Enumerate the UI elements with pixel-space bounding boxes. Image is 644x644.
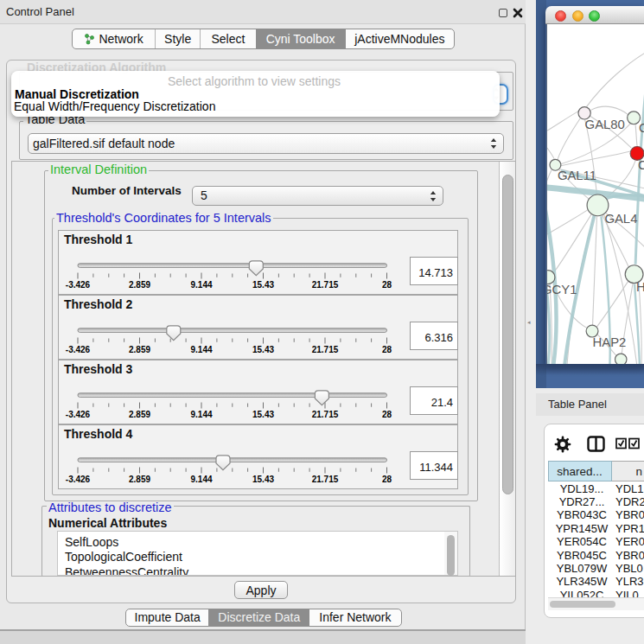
svg-text:15.43: 15.43: [252, 475, 274, 484]
svg-text:2.859: 2.859: [129, 475, 150, 484]
svg-text:-3.426: -3.426: [66, 410, 91, 419]
svg-text:GAL4: GAL4: [604, 212, 637, 226]
svg-text:9.144: 9.144: [190, 410, 212, 419]
svg-text:28: 28: [382, 410, 392, 419]
svg-text:-3.426: -3.426: [66, 345, 91, 354]
svg-text:21.715: 21.715: [312, 345, 339, 354]
svg-text:9.144: 9.144: [190, 280, 212, 290]
svg-text:C: C: [638, 157, 644, 171]
svg-text:-3.426: -3.426: [66, 475, 91, 484]
svg-text:21.715: 21.715: [312, 475, 339, 484]
svg-text:28: 28: [382, 475, 392, 484]
svg-text:9.144: 9.144: [190, 475, 212, 484]
svg-text:9.144: 9.144: [190, 345, 212, 354]
svg-text:GAL11: GAL11: [558, 168, 596, 182]
svg-text:-3.426: -3.426: [66, 280, 91, 290]
svg-text:15.43: 15.43: [252, 345, 274, 354]
svg-text:28: 28: [382, 345, 392, 354]
svg-text:2.859: 2.859: [129, 280, 150, 290]
svg-text:H: H: [636, 280, 644, 294]
svg-text:15.43: 15.43: [252, 280, 274, 290]
svg-text:28: 28: [382, 280, 392, 290]
svg-text:2.859: 2.859: [129, 410, 150, 419]
svg-text:HAP2: HAP2: [593, 335, 627, 348]
svg-text:GAL80: GAL80: [585, 118, 625, 131]
svg-text:GA: GA: [639, 121, 644, 135]
svg-text:GCY1: GCY1: [546, 282, 577, 296]
svg-text:15.43: 15.43: [252, 410, 274, 419]
svg-text:21.715: 21.715: [312, 410, 339, 419]
svg-text:2.859: 2.859: [129, 345, 150, 354]
svg-text:21.715: 21.715: [312, 280, 339, 290]
